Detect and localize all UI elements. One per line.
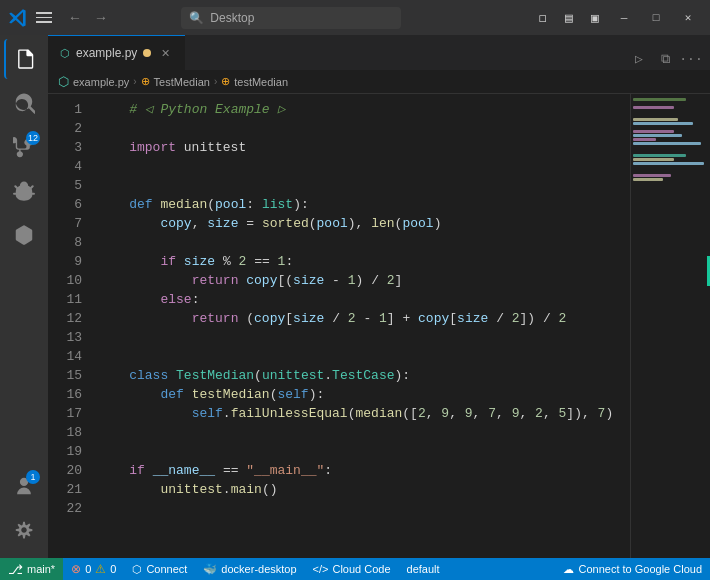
breadcrumb-file-icon: ⬡ [58, 74, 69, 89]
google-cloud-connect[interactable]: ☁ Connect to Google Cloud [555, 558, 710, 580]
code-editor[interactable]: 12345678910111213141516171819202122 # ◁ … [48, 94, 630, 558]
code-editor-container[interactable]: 12345678910111213141516171819202122 # ◁ … [48, 94, 710, 558]
search-text: Desktop [210, 11, 254, 25]
activity-source-control[interactable]: 12 [4, 127, 44, 167]
breadcrumb-file[interactable]: example.py [73, 76, 129, 88]
minimap [630, 94, 710, 558]
activity-settings[interactable] [4, 510, 44, 550]
tabs-right-actions: ▷ ⧉ ··· [628, 48, 710, 70]
source-control-badge: 12 [26, 131, 40, 145]
connect-icon: ⬡ [132, 563, 142, 576]
line-numbers: 12345678910111213141516171819202122 [48, 94, 90, 558]
split-editor-button[interactable]: ⧉ [654, 48, 676, 70]
tab-close-button[interactable]: ✕ [157, 45, 173, 61]
breadcrumb-sep1: › [133, 76, 136, 87]
env-label: default [407, 563, 440, 575]
breadcrumb-class[interactable]: TestMedian [154, 76, 210, 88]
env-status[interactable]: default [399, 558, 448, 580]
tab-label: example.py [76, 46, 137, 60]
git-icon: ⎇ [8, 562, 23, 577]
close-button[interactable]: ✕ [674, 7, 702, 29]
status-left: ⎇ main* ⊗ 0 ⚠ 0 ⬡ Connect 🐳 docker-deskt… [0, 558, 448, 580]
minimize-button[interactable]: — [610, 7, 638, 29]
breadcrumb-class-icon: ⊕ [141, 75, 150, 88]
tab-example-py[interactable]: ⬡ example.py ✕ [48, 35, 185, 70]
activity-extensions[interactable] [4, 215, 44, 255]
git-branch[interactable]: ⎇ main* [0, 558, 63, 580]
maximize-button[interactable]: □ [642, 7, 670, 29]
title-bar: ← → 🔍 Desktop ◻ ▤ ▣ — □ ✕ [0, 0, 710, 35]
breadcrumb: ⬡ example.py › ⊕ TestMedian › ⊕ testMedi… [48, 70, 710, 94]
activity-account[interactable]: 1 [4, 466, 44, 506]
branch-name: main* [27, 563, 55, 575]
python-file-icon: ⬡ [60, 47, 70, 60]
activity-explorer[interactable] [4, 39, 44, 79]
code-content[interactable]: # ◁ Python Example ▷ import unittest def… [90, 94, 630, 558]
cloud-icon: ☁ [563, 563, 574, 576]
unsaved-indicator [143, 49, 151, 57]
status-bar: ⎇ main* ⊗ 0 ⚠ 0 ⬡ Connect 🐳 docker-deskt… [0, 558, 710, 580]
forward-button[interactable]: → [90, 7, 112, 29]
status-right: ☁ Connect to Google Cloud [555, 558, 710, 580]
search-icon: 🔍 [189, 11, 204, 25]
warning-icon: ⚠ [95, 562, 106, 576]
vscode-logo-icon [8, 8, 28, 28]
nav-buttons: ← → [64, 7, 112, 29]
activity-search[interactable] [4, 83, 44, 123]
docker-status[interactable]: 🐳 docker-desktop [195, 558, 304, 580]
main-layout: 12 1 [0, 35, 710, 558]
error-count: 0 [85, 563, 91, 575]
minimap-content [631, 94, 710, 190]
back-button[interactable]: ← [64, 7, 86, 29]
docker-label: docker-desktop [221, 563, 296, 575]
cloud-code-label: Cloud Code [332, 563, 390, 575]
errors-warnings[interactable]: ⊗ 0 ⚠ 0 [63, 558, 124, 580]
breadcrumb-method-icon: ⊕ [221, 75, 230, 88]
error-icon: ⊗ [71, 562, 81, 576]
title-bar-actions: ◻ ▤ ▣ — □ ✕ [532, 7, 702, 29]
google-cloud-label: Connect to Google Cloud [578, 563, 702, 575]
layout-toggle-icon[interactable]: ◻ [532, 7, 554, 29]
connect-status[interactable]: ⬡ Connect [124, 558, 195, 580]
account-badge: 1 [26, 470, 40, 484]
editor-area: ⬡ example.py ✕ ▷ ⧉ ··· ⬡ example.py › ⊕ … [48, 35, 710, 558]
activity-bar: 12 1 [0, 35, 48, 558]
search-bar[interactable]: 🔍 Desktop [181, 7, 401, 29]
more-actions-button[interactable]: ··· [680, 48, 702, 70]
docker-icon: 🐳 [203, 563, 217, 576]
cloud-code-status[interactable]: </> Cloud Code [305, 558, 399, 580]
split-layout-icon[interactable]: ▣ [584, 7, 606, 29]
hamburger-menu-icon[interactable] [36, 8, 56, 28]
warning-count: 0 [110, 563, 116, 575]
panel-toggle-icon[interactable]: ▤ [558, 7, 580, 29]
cloud-code-icon: </> [313, 563, 329, 575]
breadcrumb-method[interactable]: testMedian [234, 76, 288, 88]
breadcrumb-sep2: › [214, 76, 217, 87]
activity-debug[interactable] [4, 171, 44, 211]
run-button[interactable]: ▷ [628, 48, 650, 70]
connect-label: Connect [146, 563, 187, 575]
activity-bottom: 1 [4, 466, 44, 558]
tabs-bar: ⬡ example.py ✕ ▷ ⧉ ··· [48, 35, 710, 70]
